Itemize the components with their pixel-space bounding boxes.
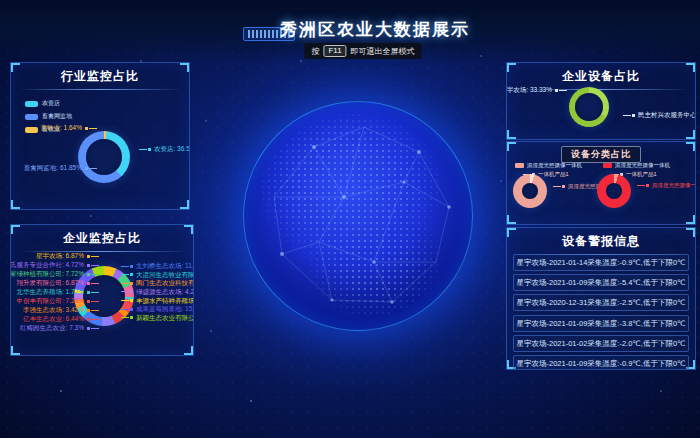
alarm-row: 星宇农场-2021-01-02采集温度:-2.0℃,低于下限0℃ (513, 335, 689, 352)
legend-swatch (603, 163, 612, 168)
chart-label: 翔升发有限公司: 6.87% (16, 279, 99, 287)
legend-swatch (515, 163, 524, 168)
chart-label: 北华生态养殖场: 1.72% (16, 288, 99, 296)
chart-label: 畜牧业: 1.64% (35, 124, 97, 132)
chart-label: 星宇农场: 6.87% (36, 252, 99, 260)
panel-title: 企业监控占比 (11, 225, 193, 247)
tip-prefix: 按 (311, 46, 319, 57)
alarm-row: 星宇农场-2021-01-14采集温度:-0.9℃,低于下限0℃ (513, 254, 689, 271)
legend-item[interactable]: 农资店 (25, 99, 72, 108)
chart-label: 绿盛源生态农场: 4.29 (121, 288, 194, 296)
chart-label: 新颖生态农业有限公司: 6.87% (121, 314, 194, 322)
corner-bracket (507, 63, 516, 72)
dashboard-screen: 秀洲区农业大数据展示 按 F11 即可退出全屏模式 行业监控占比 农资店 畜禽网… (0, 0, 700, 438)
chart-label: 农资店: 36.57% (139, 145, 190, 153)
corner-bracket (507, 228, 516, 237)
chart-label: 北刘桥生态农场: 11.56% (121, 262, 194, 270)
panel-title: 设备警报信息 (507, 228, 695, 250)
chart-label: 星宇农场: 33.33% (507, 86, 567, 94)
panel-enterprise-ratio: 企业监控占比 星宇农场: 6.87% 刘氏服务专业合作社: 4.72% 家绿种植… (10, 224, 194, 356)
chart-label: 大运河生态牧业有限责任公 (121, 271, 194, 279)
chart-label: 李强生态农场: 3.42% (23, 306, 99, 314)
corner-bracket (686, 142, 695, 151)
alarm-list: 星宇农场-2021-01-14采集温度:-0.9℃,低于下限0℃ 星宇农场-20… (513, 254, 689, 370)
corner-bracket (11, 225, 20, 234)
alarm-row: 星宇农场-2021-01-09采集温度:-3.8℃,低于下限0℃ (513, 315, 689, 332)
chart-label: 民主村兴农服务中心: (623, 111, 696, 119)
chart-label: 中创丰有限公司: 7.29% (16, 297, 99, 305)
corner-bracket (507, 130, 516, 139)
equipment-donut-chart[interactable] (569, 87, 609, 127)
industry-legend: 农资店 畜禽网监地 畜牧业 (25, 99, 72, 138)
legend-item[interactable]: 温湿度光照摄像一体机 (515, 162, 582, 169)
corner-bracket (507, 142, 516, 151)
device-class-donut-left[interactable] (513, 174, 547, 208)
legend-swatch (25, 101, 38, 107)
tip-suffix: 即可退出全屏模式 (351, 46, 415, 57)
legend-item[interactable]: 温湿度光照摄像一体机 (603, 162, 670, 169)
industry-donut-chart[interactable] (78, 131, 130, 183)
legend-swatch (25, 114, 38, 120)
chart-label: 畜禽网监地: 61.85% (19, 164, 97, 172)
fullscreen-tip: 按 F11 即可退出全屏模式 (304, 43, 421, 59)
chart-label: 陶门生态农业科技有限公 (121, 279, 194, 287)
panel-device-classification: 设备分类占比 温湿度光照摄像一体机 一体机产品1 温湿度光照摄像一 温湿度光照摄… (506, 141, 696, 225)
chart-label: 亿丰生态农业: 6.44% (23, 315, 99, 323)
corner-bracket (686, 215, 695, 224)
chart-label: 温湿度光照摄像一 (637, 181, 696, 189)
device-class-donut-right[interactable] (597, 174, 631, 208)
enterprise-right-labels: 北刘桥生态农场: 11.56% 大运河生态牧业有限责任公 陶门生态农业科技有限公… (121, 262, 193, 322)
panel-title-badge: 设备分类占比 (561, 146, 641, 163)
page-title: 秀洲区农业大数据展示 (280, 18, 470, 41)
legend-label: 温湿度光照摄像一体机 (615, 162, 670, 169)
panel-industry-ratio: 行业监控占比 农资店 畜禽网监地 畜牧业 畜牧业: 1.64% 农资店: 36.… (10, 62, 190, 210)
chart-label: 成果蓝莓园基地: 15.02% (121, 305, 194, 313)
alarm-row: 星宇农场-2021-01-09采集温度:-0.9℃,低于下限0℃ (513, 355, 689, 370)
chart-label: 家绿种植有限公司: 7.72% (10, 270, 99, 278)
corner-bracket (11, 200, 20, 209)
corner-bracket (686, 63, 695, 72)
legend-item[interactable]: 畜禽网监地 (25, 112, 72, 121)
corner-bracket (686, 130, 695, 139)
corner-bracket (686, 228, 695, 237)
chart-label: 刘氏服务专业合作社: 4.72% (10, 261, 99, 269)
alarm-row: 星宇农场-2020-12-31采集温度:-2.5℃,低于下限0℃ (513, 294, 689, 311)
title-divider (21, 89, 179, 90)
alarm-row: 星宇农场-2021-01-09采集温度:-5.4℃,低于下限0℃ (513, 274, 689, 291)
legend-label: 畜禽网监地 (42, 112, 72, 121)
enterprise-left-labels: 星宇农场: 6.87% 刘氏服务专业合作社: 4.72% 家绿种植有限公司: 7… (13, 252, 99, 332)
legend-label: 农资店 (42, 99, 60, 108)
panel-device-alarms: 设备警报信息 星宇农场-2021-01-14采集温度:-0.9℃,低于下限0℃ … (506, 227, 696, 370)
chart-label: 红梅园生态农业: 7.3% (20, 324, 99, 332)
globe-visual (243, 101, 473, 331)
panel-title: 企业设备占比 (507, 63, 695, 85)
corner-bracket (180, 63, 189, 72)
panel-title: 行业监控占比 (11, 63, 189, 85)
corner-bracket (180, 200, 189, 209)
chart-label: 丰源水产特种养殖场: 1. (121, 297, 194, 305)
corner-bracket (184, 225, 193, 234)
corner-bracket (11, 346, 20, 355)
corner-bracket (11, 63, 20, 72)
legend-label: 温湿度光照摄像一体机 (527, 162, 582, 169)
f11-keycap: F11 (323, 45, 346, 57)
corner-bracket (507, 215, 516, 224)
panel-equipment-ratio: 企业设备占比 星宇农场: 33.33% 民主村兴农服务中心: (506, 62, 696, 140)
corner-bracket (184, 346, 193, 355)
globe-network-mesh (244, 102, 472, 330)
